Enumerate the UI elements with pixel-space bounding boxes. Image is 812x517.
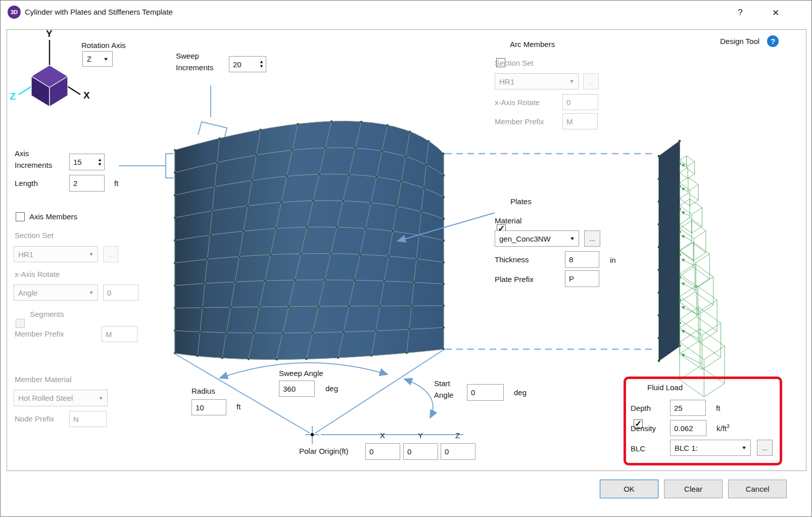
radius-input[interactable]: 10 [192,399,226,415]
clear-button[interactable]: Clear [664,480,723,498]
arc-x-axis-rotate-label: x-Axis Rotate [495,98,540,107]
density-input[interactable]: 0.062 [670,420,706,436]
length-label: Length [15,179,38,187]
radius-label: Radius [192,387,215,395]
density-label: Density [631,424,656,433]
polar-origin-y-input[interactable]: 0 [403,443,438,460]
x-axis-rotate-input: 0 [103,285,138,301]
axis-increments-value: 15 [73,158,82,166]
chevron-down-icon: ▼ [569,79,575,84]
segments-label: Segments [30,310,64,318]
length-unit: ft [114,179,118,187]
title-bar: 3D Cylinder with Plates and Stiffeners T… [1,1,812,24]
chevron-down-icon: ▼ [88,290,94,295]
chevron-down-icon: ▼ [103,57,109,62]
density-unit: k/ft3 [717,424,730,433]
app-3d-icon-text: 3D [11,9,18,15]
section-set-label: Section Set [15,231,54,240]
depth-label: Depth [631,404,651,412]
thickness-input[interactable]: 8 [565,251,599,268]
sweep-angle-input[interactable]: 360 [279,381,315,397]
ok-button[interactable]: OK [600,480,658,498]
spinner-arrows-icon[interactable]: ▲▼ [98,158,102,167]
chevron-down-icon: ▼ [88,252,94,257]
arc-section-set-select: HR1▼ [495,73,579,89]
member-prefix-label: Member Prefix [15,330,64,338]
window-title: Cylinder with Plates and Stiffeners Temp… [25,8,173,16]
arc-section-set-label: Section Set [495,59,534,67]
polar-origin-x-input[interactable]: 0 [365,443,400,460]
dialog-window: 3D Cylinder with Plates and Stiffeners T… [0,0,812,517]
rotation-axis-value: Z [87,55,91,63]
blc-label: BLC [631,444,645,453]
polar-axis-z-label: Z [455,431,460,440]
rotation-axis-select[interactable]: Z▼ [82,51,113,67]
x-axis-rotate-mode-select: Angle▼ [14,285,98,301]
chevron-down-icon: ▼ [98,396,104,401]
material-label: Material [495,216,521,225]
thickness-unit: in [610,256,616,264]
polar-origin-label: Polar Origin(ft) [299,447,349,455]
cancel-button[interactable]: Cancel [728,480,787,498]
node-prefix-label: Node Prefix [15,414,54,423]
depth-input[interactable]: 25 [670,400,706,416]
axis-increments-label: AxisIncrements [15,148,52,171]
help-button[interactable]: ? [732,6,748,20]
design-tool-label: Design Tool [720,37,759,45]
app-3d-icon: 3D [8,6,21,19]
sweep-increments-value: 20 [233,60,242,69]
x-axis-rotate-label: x-Axis Rotate [15,270,60,278]
radius-unit: ft [236,402,241,411]
member-material-label: Member Material [15,375,72,384]
sweep-increments-stepper[interactable]: 20 ▲▼ [229,56,266,72]
arc-members-label: Arc Members [510,40,555,49]
axis-members-label: Axis Members [29,212,77,221]
arc-x-axis-rotate-input: 0 [562,94,598,110]
sweep-angle-unit: deg [325,384,338,393]
start-angle-input[interactable]: 0 [467,384,504,401]
depth-unit: ft [716,404,720,412]
close-icon[interactable]: ✕ [767,5,785,20]
member-material-select: Hot Rolled Steel▼ [14,390,108,406]
arc-member-prefix-input: M [562,113,598,129]
axis-members-checkbox[interactable] [16,212,25,221]
member-prefix-input: M [102,326,137,342]
section-set-select: HR1▼ [14,246,98,262]
polar-origin-z-input[interactable]: 0 [441,443,475,460]
polar-axis-x-label: X [380,431,385,440]
fluid-load-label: Fluid Load [647,383,683,392]
blc-browse-button[interactable]: ... [757,440,773,456]
length-input[interactable]: 2 [69,175,105,192]
sweep-increments-label: SweepIncrements [176,50,213,73]
material-select[interactable]: gen_Conc3NW▼ [495,230,579,247]
node-prefix-input: N [69,411,107,427]
plate-prefix-label: Plate Prefix [495,275,534,284]
design-tool-help-icon[interactable]: ? [767,35,779,47]
arc-section-set-browse-button: ... [583,73,599,89]
chevron-down-icon: ▼ [741,445,747,450]
arc-member-prefix-label: Member Prefix [495,117,544,126]
spinner-arrows-icon[interactable]: ▲▼ [259,60,264,69]
plate-prefix-input[interactable]: P [565,270,599,287]
thickness-label: Thickness [495,255,529,264]
section-set-browse-button: ... [103,246,118,262]
rotation-axis-label: Rotation Axis [81,41,126,50]
material-browse-button[interactable]: ... [584,230,600,247]
segments-checkbox [16,319,25,328]
polar-axis-y-label: Y [418,431,423,440]
axis-increments-stepper[interactable]: 15 ▲▼ [69,154,105,170]
plates-label: Plates [510,197,532,206]
blc-select[interactable]: BLC 1:▼ [670,440,751,456]
start-angle-unit: deg [514,388,527,397]
sweep-angle-label: Sweep Angle [279,369,323,378]
chevron-down-icon: ▼ [569,236,576,241]
start-angle-label: StartAngle [434,378,453,401]
